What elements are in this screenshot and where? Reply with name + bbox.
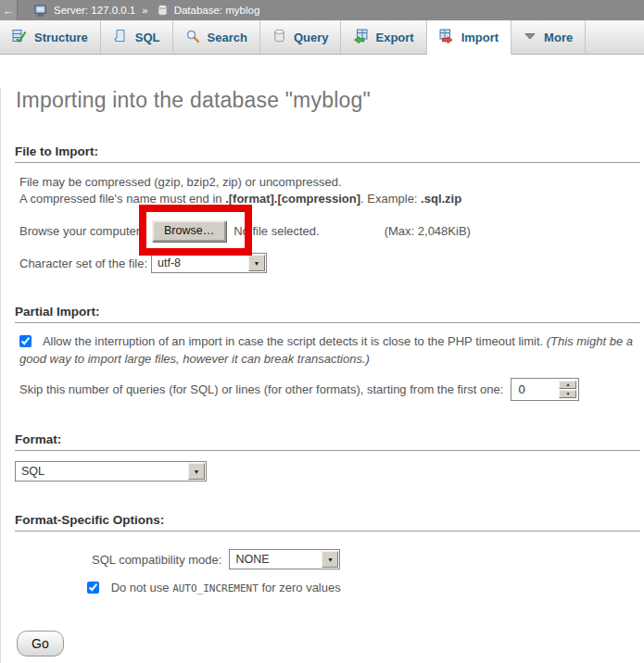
tab-label: SQL	[135, 31, 160, 44]
allow-interrupt-checkbox[interactable]	[19, 335, 32, 347]
tab-search[interactable]: Search	[173, 20, 260, 55]
back-arrow-icon: ←	[3, 4, 15, 18]
section-heading-partial-import: Partial Import:	[15, 305, 640, 323]
compression-info-line2: A compressed file's name must end in .[f…	[19, 192, 637, 206]
format-select[interactable]: SQL ▼	[15, 461, 207, 482]
charset-select[interactable]: utf-8 ▼	[151, 253, 267, 273]
tab-label: Import	[461, 31, 499, 44]
sql-compat-label: SQL compatibility mode:	[92, 553, 221, 567]
query-icon	[272, 29, 286, 45]
sql-compat-select[interactable]: NONE ▼	[229, 549, 340, 569]
tab-label: Structure	[34, 31, 88, 44]
breadcrumb-database[interactable]: Database: myblog	[174, 5, 260, 16]
auto-increment-label[interactable]: Do not use AUTO_INCREMENT for zero value…	[87, 579, 637, 597]
tab-bar: Structure SQL Search Query	[0, 20, 644, 55]
tab-more[interactable]: More	[511, 20, 586, 55]
back-button[interactable]: ←	[0, 0, 18, 20]
sql-compat-row: SQL compatibility mode: NONE ▼	[92, 549, 644, 569]
skip-queries-row: Skip this number of queries (for SQL) or…	[19, 378, 644, 401]
export-icon	[353, 29, 368, 46]
search-icon	[185, 29, 200, 46]
more-chevron-icon	[524, 30, 537, 45]
skip-queries-value: 0	[511, 379, 557, 400]
sql-icon	[113, 29, 128, 46]
allow-interrupt-label[interactable]: Allow the interruption of an import in c…	[19, 332, 637, 368]
section-heading-file-to-import: File to Import:	[15, 144, 640, 163]
server-icon	[34, 4, 48, 18]
tab-label: More	[544, 31, 573, 44]
auto-increment-checkbox[interactable]	[87, 582, 99, 594]
import-page: Importing into the database "myblog" Fil…	[0, 88, 644, 663]
dropdown-arrow-icon: ▼	[248, 255, 265, 271]
tab-sql[interactable]: SQL	[101, 20, 173, 55]
no-file-selected-text: No file selected.	[234, 224, 320, 238]
page-title: Importing into the database "myblog"	[16, 88, 644, 113]
skip-queries-stepper[interactable]: 0 ▲ ▼	[511, 378, 579, 401]
browse-button[interactable]: Browse…	[152, 220, 226, 242]
section-heading-format: Format:	[15, 432, 640, 451]
charset-row: Character set of the file: utf-8 ▼	[16, 253, 644, 273]
tab-query[interactable]: Query	[260, 20, 342, 55]
tab-export[interactable]: Export	[341, 20, 426, 55]
browse-file-row: Browse your computer: Browse… No file se…	[16, 219, 644, 242]
breadcrumb-server[interactable]: Server: 127.0.0.1	[54, 5, 135, 16]
browse-label: Browse your computer:	[16, 224, 152, 238]
dropdown-arrow-icon: ▼	[322, 551, 338, 568]
tab-import[interactable]: Import	[427, 20, 511, 55]
breadcrumb-bar: ← Server: 127.0.0.1 » Database: myblog	[0, 0, 644, 20]
sql-compat-selected-value: NONE	[230, 550, 321, 569]
stepper-up-icon[interactable]: ▲	[559, 381, 576, 389]
auto-increment-code: AUTO_INCREMENT	[172, 582, 259, 594]
breadcrumb-separator: »	[142, 5, 147, 16]
database-icon	[157, 4, 169, 17]
tab-label: Query	[294, 31, 329, 44]
max-upload-size: (Max: 2,048KiB)	[385, 224, 471, 238]
charset-selected-value: utf-8	[152, 254, 247, 272]
skip-queries-label: Skip this number of queries (for SQL) or…	[19, 382, 503, 396]
tabbar-filler	[586, 20, 644, 55]
format-row: SQL ▼	[15, 461, 644, 482]
compression-info-line1: File may be compressed (gzip, bzip2, zip…	[19, 175, 637, 190]
tab-label: Export	[375, 31, 413, 44]
charset-label: Character set of the file:	[16, 256, 151, 270]
structure-icon	[12, 29, 27, 46]
section-heading-format-specific: Format-Specific Options:	[15, 513, 640, 532]
tab-label: Search	[208, 31, 247, 44]
dropdown-arrow-icon: ▼	[188, 463, 205, 480]
stepper-buttons: ▲ ▼	[557, 379, 578, 400]
tab-structure[interactable]: Structure	[0, 20, 101, 55]
go-button[interactable]: Go	[17, 631, 64, 657]
stepper-down-icon[interactable]: ▼	[559, 390, 576, 398]
format-selected-value: SQL	[16, 462, 187, 481]
import-icon	[439, 29, 454, 46]
